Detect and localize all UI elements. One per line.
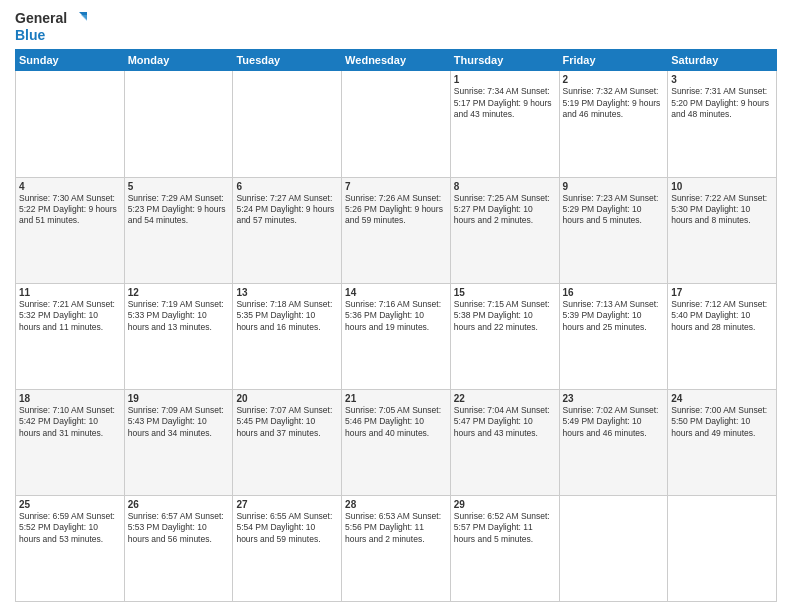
day-info: Sunrise: 7:16 AM Sunset: 5:36 PM Dayligh… (345, 299, 447, 333)
day-info: Sunrise: 7:31 AM Sunset: 5:20 PM Dayligh… (671, 86, 773, 120)
calendar-cell: 12Sunrise: 7:19 AM Sunset: 5:33 PM Dayli… (124, 283, 233, 389)
day-number: 7 (345, 181, 447, 192)
day-info: Sunrise: 7:07 AM Sunset: 5:45 PM Dayligh… (236, 405, 338, 439)
calendar-cell (16, 71, 125, 177)
calendar-cell: 18Sunrise: 7:10 AM Sunset: 5:42 PM Dayli… (16, 389, 125, 495)
day-info: Sunrise: 7:30 AM Sunset: 5:22 PM Dayligh… (19, 193, 121, 227)
calendar-cell: 2Sunrise: 7:32 AM Sunset: 5:19 PM Daylig… (559, 71, 668, 177)
week-row-2: 4Sunrise: 7:30 AM Sunset: 5:22 PM Daylig… (16, 177, 777, 283)
day-info: Sunrise: 6:52 AM Sunset: 5:57 PM Dayligh… (454, 511, 556, 545)
day-number: 12 (128, 287, 230, 298)
weekday-sunday: Sunday (16, 50, 125, 71)
calendar-cell: 25Sunrise: 6:59 AM Sunset: 5:52 PM Dayli… (16, 495, 125, 601)
week-row-1: 1Sunrise: 7:34 AM Sunset: 5:17 PM Daylig… (16, 71, 777, 177)
logo: General Blue (15, 10, 87, 43)
weekday-monday: Monday (124, 50, 233, 71)
logo-blue: Blue (15, 28, 45, 43)
day-info: Sunrise: 7:05 AM Sunset: 5:46 PM Dayligh… (345, 405, 447, 439)
day-number: 14 (345, 287, 447, 298)
day-number: 25 (19, 499, 121, 510)
calendar-cell (124, 71, 233, 177)
day-info: Sunrise: 6:55 AM Sunset: 5:54 PM Dayligh… (236, 511, 338, 545)
calendar-cell: 7Sunrise: 7:26 AM Sunset: 5:26 PM Daylig… (342, 177, 451, 283)
calendar-cell: 13Sunrise: 7:18 AM Sunset: 5:35 PM Dayli… (233, 283, 342, 389)
calendar-cell: 11Sunrise: 7:21 AM Sunset: 5:32 PM Dayli… (16, 283, 125, 389)
calendar-page: General Blue SundayMondayTuesdayWednesda… (0, 0, 792, 612)
calendar-cell: 21Sunrise: 7:05 AM Sunset: 5:46 PM Dayli… (342, 389, 451, 495)
day-info: Sunrise: 7:27 AM Sunset: 5:24 PM Dayligh… (236, 193, 338, 227)
day-info: Sunrise: 7:29 AM Sunset: 5:23 PM Dayligh… (128, 193, 230, 227)
day-info: Sunrise: 7:12 AM Sunset: 5:40 PM Dayligh… (671, 299, 773, 333)
calendar-cell (233, 71, 342, 177)
day-info: Sunrise: 6:53 AM Sunset: 5:56 PM Dayligh… (345, 511, 447, 545)
day-number: 19 (128, 393, 230, 404)
calendar-cell: 4Sunrise: 7:30 AM Sunset: 5:22 PM Daylig… (16, 177, 125, 283)
week-row-3: 11Sunrise: 7:21 AM Sunset: 5:32 PM Dayli… (16, 283, 777, 389)
day-info: Sunrise: 6:57 AM Sunset: 5:53 PM Dayligh… (128, 511, 230, 545)
weekday-saturday: Saturday (668, 50, 777, 71)
weekday-wednesday: Wednesday (342, 50, 451, 71)
calendar-cell (668, 495, 777, 601)
day-info: Sunrise: 7:18 AM Sunset: 5:35 PM Dayligh… (236, 299, 338, 333)
day-info: Sunrise: 6:59 AM Sunset: 5:52 PM Dayligh… (19, 511, 121, 545)
calendar-cell: 6Sunrise: 7:27 AM Sunset: 5:24 PM Daylig… (233, 177, 342, 283)
logo-container: General Blue (15, 10, 87, 43)
weekday-tuesday: Tuesday (233, 50, 342, 71)
calendar-cell: 8Sunrise: 7:25 AM Sunset: 5:27 PM Daylig… (450, 177, 559, 283)
day-number: 11 (19, 287, 121, 298)
day-number: 26 (128, 499, 230, 510)
day-number: 2 (563, 74, 665, 85)
day-info: Sunrise: 7:19 AM Sunset: 5:33 PM Dayligh… (128, 299, 230, 333)
day-number: 27 (236, 499, 338, 510)
calendar-cell: 15Sunrise: 7:15 AM Sunset: 5:38 PM Dayli… (450, 283, 559, 389)
calendar-cell: 29Sunrise: 6:52 AM Sunset: 5:57 PM Dayli… (450, 495, 559, 601)
day-number: 28 (345, 499, 447, 510)
day-number: 8 (454, 181, 556, 192)
day-info: Sunrise: 7:04 AM Sunset: 5:47 PM Dayligh… (454, 405, 556, 439)
calendar-cell: 14Sunrise: 7:16 AM Sunset: 5:36 PM Dayli… (342, 283, 451, 389)
calendar-cell: 28Sunrise: 6:53 AM Sunset: 5:56 PM Dayli… (342, 495, 451, 601)
day-info: Sunrise: 7:09 AM Sunset: 5:43 PM Dayligh… (128, 405, 230, 439)
day-number: 23 (563, 393, 665, 404)
day-info: Sunrise: 7:22 AM Sunset: 5:30 PM Dayligh… (671, 193, 773, 227)
weekday-thursday: Thursday (450, 50, 559, 71)
calendar-cell: 9Sunrise: 7:23 AM Sunset: 5:29 PM Daylig… (559, 177, 668, 283)
day-number: 29 (454, 499, 556, 510)
calendar-cell: 24Sunrise: 7:00 AM Sunset: 5:50 PM Dayli… (668, 389, 777, 495)
day-info: Sunrise: 7:02 AM Sunset: 5:49 PM Dayligh… (563, 405, 665, 439)
day-number: 4 (19, 181, 121, 192)
day-info: Sunrise: 7:21 AM Sunset: 5:32 PM Dayligh… (19, 299, 121, 333)
day-info: Sunrise: 7:32 AM Sunset: 5:19 PM Dayligh… (563, 86, 665, 120)
calendar-cell: 17Sunrise: 7:12 AM Sunset: 5:40 PM Dayli… (668, 283, 777, 389)
calendar-cell (342, 71, 451, 177)
day-number: 13 (236, 287, 338, 298)
day-info: Sunrise: 7:25 AM Sunset: 5:27 PM Dayligh… (454, 193, 556, 227)
week-row-5: 25Sunrise: 6:59 AM Sunset: 5:52 PM Dayli… (16, 495, 777, 601)
day-info: Sunrise: 7:23 AM Sunset: 5:29 PM Dayligh… (563, 193, 665, 227)
week-row-4: 18Sunrise: 7:10 AM Sunset: 5:42 PM Dayli… (16, 389, 777, 495)
day-number: 10 (671, 181, 773, 192)
day-info: Sunrise: 7:15 AM Sunset: 5:38 PM Dayligh… (454, 299, 556, 333)
day-number: 6 (236, 181, 338, 192)
day-number: 9 (563, 181, 665, 192)
day-number: 22 (454, 393, 556, 404)
day-number: 18 (19, 393, 121, 404)
day-number: 20 (236, 393, 338, 404)
day-number: 17 (671, 287, 773, 298)
calendar-cell: 5Sunrise: 7:29 AM Sunset: 5:23 PM Daylig… (124, 177, 233, 283)
calendar-cell: 16Sunrise: 7:13 AM Sunset: 5:39 PM Dayli… (559, 283, 668, 389)
day-number: 15 (454, 287, 556, 298)
calendar-cell: 20Sunrise: 7:07 AM Sunset: 5:45 PM Dayli… (233, 389, 342, 495)
logo-general: General (15, 11, 67, 26)
day-info: Sunrise: 7:00 AM Sunset: 5:50 PM Dayligh… (671, 405, 773, 439)
header: General Blue (15, 10, 777, 43)
day-number: 24 (671, 393, 773, 404)
calendar-cell: 23Sunrise: 7:02 AM Sunset: 5:49 PM Dayli… (559, 389, 668, 495)
day-info: Sunrise: 7:34 AM Sunset: 5:17 PM Dayligh… (454, 86, 556, 120)
calendar-table: SundayMondayTuesdayWednesdayThursdayFrid… (15, 49, 777, 602)
calendar-cell: 10Sunrise: 7:22 AM Sunset: 5:30 PM Dayli… (668, 177, 777, 283)
day-number: 16 (563, 287, 665, 298)
calendar-cell: 27Sunrise: 6:55 AM Sunset: 5:54 PM Dayli… (233, 495, 342, 601)
day-info: Sunrise: 7:10 AM Sunset: 5:42 PM Dayligh… (19, 405, 121, 439)
calendar-cell: 3Sunrise: 7:31 AM Sunset: 5:20 PM Daylig… (668, 71, 777, 177)
